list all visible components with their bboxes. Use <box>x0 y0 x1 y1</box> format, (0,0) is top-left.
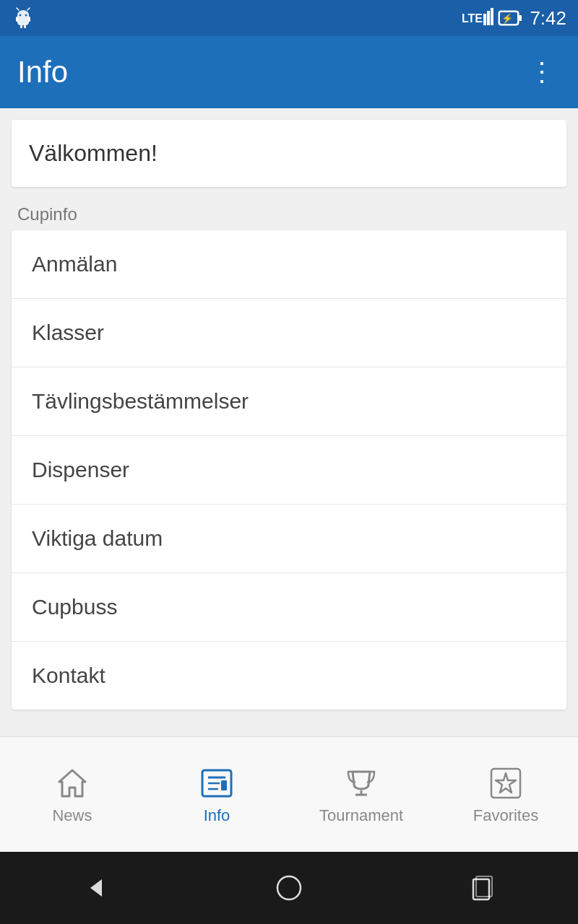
svg-rect-5 <box>28 17 30 22</box>
menu-item-viktiga-datum[interactable]: Viktiga datum <box>12 505 566 573</box>
svg-point-0 <box>20 14 22 17</box>
battery-icon: ⚡ <box>498 8 524 28</box>
menu-item-anmalan[interactable]: Anmälan <box>12 230 566 299</box>
svg-rect-13 <box>519 15 522 21</box>
svg-rect-20 <box>221 780 227 790</box>
welcome-text: Välkommen! <box>29 140 158 166</box>
nav-label-info: Info <box>204 806 230 825</box>
nav-label-news: News <box>52 806 92 825</box>
nav-item-news[interactable]: News <box>0 737 144 852</box>
nav-label-tournament: Tournament <box>319 806 403 825</box>
svg-line-2 <box>17 8 19 10</box>
welcome-card: Välkommen! <box>12 120 566 187</box>
svg-marker-26 <box>90 879 102 897</box>
svg-text:⚡: ⚡ <box>501 12 514 25</box>
menu-item-klasser[interactable]: Klasser <box>12 299 566 367</box>
recents-button[interactable] <box>460 866 504 910</box>
android-icon <box>12 6 35 30</box>
cupinfo-section-header: Cupinfo <box>0 193 578 230</box>
home-button[interactable] <box>267 866 311 910</box>
status-bar: LTE ⚡ 7:42 <box>0 0 578 36</box>
nav-label-favorites: Favorites <box>473 806 538 825</box>
nav-item-info[interactable]: Info <box>144 737 289 852</box>
overflow-menu-button[interactable]: ⋮ <box>523 53 561 91</box>
home-icon <box>53 764 91 802</box>
menu-item-dispenser[interactable]: Dispenser <box>12 436 566 505</box>
status-bar-left <box>12 6 35 30</box>
menu-item-tavlingsbestammelser[interactable]: Tävlingsbestämmelser <box>12 367 566 436</box>
trophy-icon <box>342 764 380 802</box>
svg-line-3 <box>27 8 30 10</box>
svg-rect-9 <box>483 14 486 25</box>
status-time: 7:42 <box>530 7 566 30</box>
svg-marker-25 <box>496 773 516 793</box>
app-bar: Info ⋮ <box>0 36 578 108</box>
status-icons: LTE ⚡ <box>462 8 524 28</box>
svg-rect-4 <box>16 17 18 22</box>
back-button[interactable] <box>74 866 118 910</box>
svg-rect-6 <box>20 25 22 28</box>
svg-point-1 <box>25 14 27 17</box>
svg-text:LTE: LTE <box>462 12 483 25</box>
status-bar-right: LTE ⚡ 7:42 <box>462 7 566 30</box>
star-icon <box>487 764 525 802</box>
bottom-navigation: News Info Tournament <box>0 736 578 852</box>
cupinfo-menu-list: Anmälan Klasser Tävlingsbestämmelser Dis… <box>12 230 566 710</box>
page-title: Info <box>17 55 68 90</box>
system-navigation-bar <box>0 852 578 924</box>
lte-icon: LTE <box>462 8 493 28</box>
svg-rect-11 <box>491 8 493 25</box>
info-nav-icon <box>198 764 236 802</box>
svg-point-27 <box>277 876 301 899</box>
menu-item-kontakt[interactable]: Kontakt <box>12 642 566 710</box>
nav-item-favorites[interactable]: Favorites <box>434 737 578 852</box>
svg-marker-16 <box>59 770 85 796</box>
main-content: Välkommen! Cupinfo Anmälan Klasser Tävli… <box>0 108 578 736</box>
svg-rect-7 <box>24 25 26 28</box>
svg-rect-10 <box>487 11 490 25</box>
menu-item-cupbuss[interactable]: Cupbuss <box>12 573 566 642</box>
nav-item-tournament[interactable]: Tournament <box>289 737 434 852</box>
